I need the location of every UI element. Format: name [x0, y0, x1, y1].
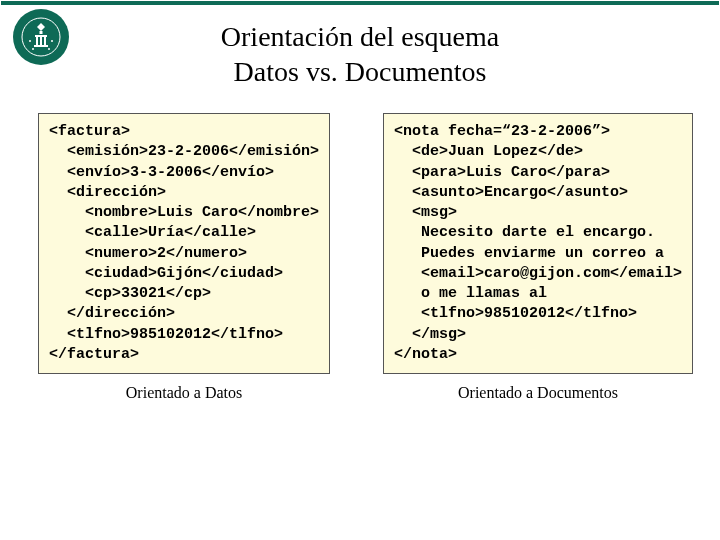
title-line-2: Datos vs. Documentos — [234, 56, 487, 87]
code-box-documentos: <nota fecha=“23-2-2006”> <de>Juan Lopez<… — [383, 113, 693, 374]
caption-documentos: Orientado a Documentos — [458, 384, 618, 402]
accent-strip — [1, 1, 719, 5]
left-column: <factura> <emisión>23-2-2006</emisión> <… — [11, 113, 357, 402]
slide-title: Orientación del esquema Datos vs. Docume… — [1, 19, 719, 89]
caption-datos: Orientado a Datos — [126, 384, 242, 402]
code-box-datos: <factura> <emisión>23-2-2006</emisión> <… — [38, 113, 330, 374]
right-column: <nota fecha=“23-2-2006”> <de>Juan Lopez<… — [365, 113, 711, 402]
title-line-1: Orientación del esquema — [221, 21, 499, 52]
columns: <factura> <emisión>23-2-2006</emisión> <… — [11, 113, 711, 402]
